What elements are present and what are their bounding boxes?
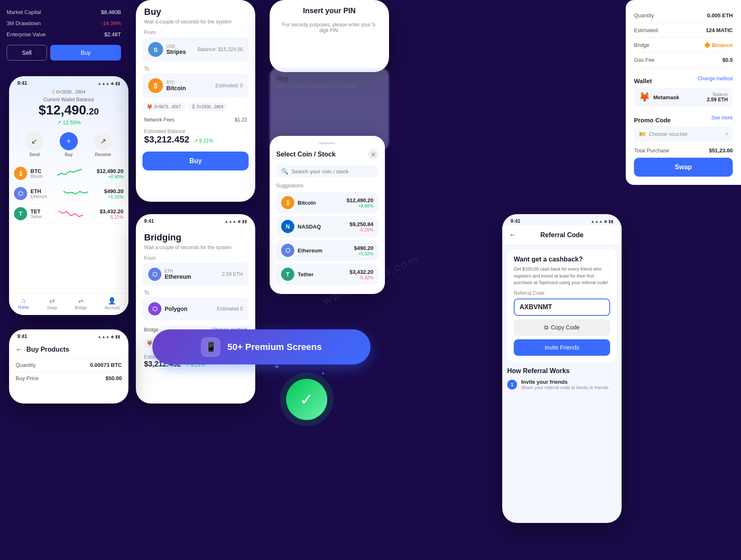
success-overlay: ✦ ✦ ✓ — [270, 362, 327, 420]
address-chip-1: 🦊 0×5673...4567 — [142, 102, 185, 111]
phone6-header: 9:41 ▲▲▲ ◈ ▮▮ — [9, 329, 128, 341]
see-more-link[interactable]: See more — [711, 115, 733, 121]
quantity-product-val: 0.00073 BTC — [90, 362, 122, 368]
est-gain: ↗ 8.21% — [194, 138, 213, 144]
chip1-icon: 🦊 — [147, 104, 153, 110]
pin-sub: For security purposes, please enter your… — [270, 22, 389, 33]
eth-icon: ⬡ — [14, 187, 27, 200]
buy-price-label: Buy Price — [16, 375, 39, 381]
suggest-eth-change: +5.32% — [354, 251, 373, 256]
referral-card: Want get a cashback? Get $100.00 cash ba… — [507, 249, 617, 362]
phone1-time: 9:41 — [17, 80, 27, 86]
bridge-label: Bridge — [144, 327, 158, 333]
eth-symbol: ETH — [30, 188, 47, 194]
buy-action[interactable]: + Buy — [60, 132, 78, 157]
modal-header: Select Coin / Stock ✕ — [276, 149, 378, 160]
ref-code-label: Referral Code — [514, 290, 610, 296]
receive-action[interactable]: ↗ Receive — [94, 132, 112, 157]
nav-home[interactable]: ⌂ Home — [18, 297, 29, 310]
nav-swap[interactable]: ⇄ Swap — [47, 297, 57, 310]
nav-account-label: Account — [105, 306, 119, 310]
suggest-btc[interactable]: ₿ Bitcoin $12,490.20 +8.40% — [276, 192, 378, 213]
wallet-label: Current Wallet Balance — [9, 97, 128, 103]
swap-button[interactable]: Swap — [634, 158, 733, 177]
estimated-val: 124 MATIC — [706, 27, 733, 33]
bridge-from-name: Ethereum — [165, 273, 191, 280]
coin-item-tet[interactable]: T TET Tether $3,432.20 -5.22% — [14, 204, 124, 224]
phone-pin: Insert your PIN For security purposes, p… — [270, 0, 389, 72]
bridge-from-box: ⬡ ETH Ethereum 2.59 ETH — [142, 263, 249, 286]
buy-price-val: $50.00 — [105, 375, 122, 381]
bridge-eth-icon: ⬡ — [148, 268, 161, 281]
bridge-sub: Wait a couple of seconds for the system — [136, 245, 255, 255]
quantity-label: Quantity — [634, 12, 654, 19]
wallet-address: ₿ 0×2930...3904 — [9, 89, 128, 94]
suggest-eth[interactable]: ⬡ Ethereum $490.20 +5.32% — [276, 240, 378, 261]
step-1-num: 1 — [507, 380, 517, 390]
coin-item-eth[interactable]: ⬡ ETH Etherium $490.20 +5.32% — [14, 184, 124, 204]
invite-friends-button[interactable]: Invite Friends — [514, 339, 610, 356]
suggest-tether[interactable]: T Tether $3,432.20 -5.32% — [276, 264, 378, 285]
bridge-to-label: To — [136, 290, 255, 297]
swap-icon: ⇄ — [49, 297, 55, 305]
buy-price-row: Buy Price $50.00 — [9, 371, 128, 385]
success-checkmark: ✓ — [286, 379, 327, 420]
coin-select-title: Select Coin / Stock — [276, 151, 336, 158]
receive-label: Receive — [95, 152, 111, 157]
from-balance: Balance: $15,324.00 — [198, 47, 243, 52]
buy-back-button[interactable]: ← — [16, 346, 22, 353]
tet-change: -5.22% — [100, 215, 124, 219]
btc-change: +8.40% — [97, 174, 124, 179]
send-action[interactable]: ↙ Send — [26, 132, 44, 157]
fee-label: Network Fees — [144, 117, 175, 123]
estimated-label: Estimated — [634, 27, 658, 33]
phone4-header: 9:41 ▲▲▲ ◈ ▮▮ — [136, 214, 255, 226]
nav-bridge[interactable]: ⇌ Bridge — [75, 297, 87, 310]
btc-name: Bitcoin — [30, 174, 43, 179]
wallet-section-row: Wallet Change method — [634, 72, 733, 84]
market-capital-row: Market Capital $8,480B — [7, 7, 121, 18]
suggest-eth-price: $490.20 — [354, 245, 373, 251]
coin-item-btc[interactable]: ₿ BTC Bitcoin $12,490.20 +8.40% — [14, 163, 124, 184]
suggest-nasdaq[interactable]: N NASDAQ $9,250.84 -5.25% — [276, 216, 378, 237]
total-row: Total Purchase $51,23.00 — [634, 147, 733, 154]
send-label: Send — [29, 152, 40, 157]
drawdown-row: 3M Drawdown -14.34% — [7, 18, 121, 29]
close-button[interactable]: ✕ — [368, 149, 378, 160]
copy-code-button[interactable]: ⧉ Copy Code — [514, 319, 610, 336]
sell-button[interactable]: Sell — [7, 45, 47, 61]
address-row: 🦊 0×5673...4567 ₿ 0×2930...3904 — [142, 102, 249, 111]
how-works-section: How Referral Works 1 Invite your friends… — [507, 367, 617, 390]
wallet-name: Metamask — [653, 94, 679, 100]
bottom-nav: ⌂ Home ⇄ Swap ⇌ Bridge 👤 Account — [9, 293, 128, 315]
phone4-time: 9:41 — [144, 218, 154, 224]
drawdown-val: -14.34% — [101, 20, 121, 26]
buy-full-button[interactable]: Buy — [142, 152, 249, 170]
phone-buy: Buy Wait a couple of seconds for the sys… — [136, 0, 255, 202]
tet-chart — [58, 208, 83, 220]
suggest-btc-icon: ₿ — [281, 196, 294, 209]
nav-account[interactable]: 👤 Account — [105, 297, 119, 310]
phone5-header: 9:41 ▲▲▲ ◈ ▮▮ — [502, 214, 622, 226]
to-currency-box: ₿ BTC Bitcoin Estimated: 0 — [142, 73, 249, 98]
referral-title: Referral Code — [521, 231, 603, 239]
suggest-eth-icon: ⬡ — [281, 244, 294, 257]
referral-header: ← Referral Code — [502, 226, 622, 244]
back-button[interactable]: ← — [509, 231, 516, 239]
voucher-box[interactable]: 🎫 Choose voucher › — [634, 126, 733, 142]
change-method-link[interactable]: Change method — [698, 76, 733, 82]
btc-icon: ₿ — [14, 167, 27, 180]
promo-icon-box: 📱 — [201, 337, 221, 357]
quantity-product-label: Quantity — [16, 362, 35, 368]
enterprise-row: Enterprise Value $2.48T — [7, 29, 121, 40]
referral-code-input[interactable] — [514, 299, 610, 316]
modal-handle — [319, 142, 336, 144]
buy-button[interactable]: Buy — [50, 45, 121, 61]
sparkle-2: ✦ — [321, 371, 325, 376]
pin-title: Insert your PIN — [270, 0, 389, 22]
bridge-label: Bridge — [634, 42, 650, 48]
phone1-signal: ▲▲▲ ◈ ▮▮ — [98, 81, 120, 86]
bridge-from-label: From — [136, 255, 255, 263]
search-input[interactable] — [291, 168, 373, 175]
wallet-balance: $12,490.20 — [9, 103, 128, 118]
